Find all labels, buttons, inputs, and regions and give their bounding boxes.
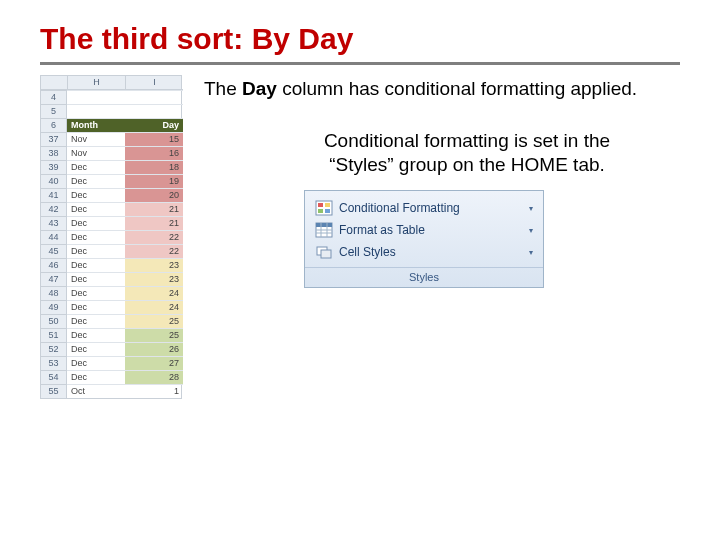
svg-rect-6 xyxy=(316,223,332,227)
cell-month xyxy=(67,104,125,118)
caption-2: Conditional formatting is set in the “St… xyxy=(204,129,680,177)
table-row: 53Dec27 xyxy=(41,356,181,370)
col-corner xyxy=(41,76,67,90)
cell-day xyxy=(125,90,183,104)
cell-day: 23 xyxy=(125,258,183,272)
cell-month: Oct xyxy=(67,384,125,398)
conditional-formatting-button[interactable]: Conditional Formatting ▾ xyxy=(311,197,537,219)
chevron-down-icon: ▾ xyxy=(529,226,533,235)
cell-day: 20 xyxy=(125,188,183,202)
cell-month: Dec xyxy=(67,216,125,230)
cell-month: Dec xyxy=(67,230,125,244)
table-row: 41Dec20 xyxy=(41,188,181,202)
chevron-down-icon: ▾ xyxy=(529,248,533,257)
cell-day: 26 xyxy=(125,342,183,356)
row-number: 48 xyxy=(41,286,67,300)
ribbon-item-label: Cell Styles xyxy=(339,245,523,259)
table-row: 51Dec25 xyxy=(41,328,181,342)
cell-day: 22 xyxy=(125,244,183,258)
chevron-down-icon: ▾ xyxy=(529,204,533,213)
cell-day: 1 xyxy=(125,384,183,398)
table-row: 46Dec23 xyxy=(41,258,181,272)
table-header-row: 6MonthDay xyxy=(41,118,181,132)
cell-month: Dec xyxy=(67,272,125,286)
row-number: 38 xyxy=(41,146,67,160)
cell-day: 27 xyxy=(125,356,183,370)
table-row: 52Dec26 xyxy=(41,342,181,356)
cell-styles-button[interactable]: Cell Styles ▾ xyxy=(311,241,537,263)
cell-day: 22 xyxy=(125,230,183,244)
title-rule xyxy=(40,62,680,65)
svg-rect-4 xyxy=(325,209,330,213)
row-number: 39 xyxy=(41,160,67,174)
cell-month: Dec xyxy=(67,370,125,384)
cell-day: 21 xyxy=(125,202,183,216)
table-row: 37Nov15 xyxy=(41,132,181,146)
table-row: 50Dec25 xyxy=(41,314,181,328)
row-number: 6 xyxy=(41,118,67,132)
row-number: 50 xyxy=(41,314,67,328)
column-headers: H I xyxy=(41,76,181,90)
cell-month: Dec xyxy=(67,188,125,202)
cell-month: Dec xyxy=(67,342,125,356)
row-number: 49 xyxy=(41,300,67,314)
row-number: 44 xyxy=(41,230,67,244)
row-number: 4 xyxy=(41,90,67,104)
table-row: 40Dec19 xyxy=(41,174,181,188)
table-row: 38Nov16 xyxy=(41,146,181,160)
table-row: 55Oct1 xyxy=(41,384,181,398)
cell-month: Month xyxy=(67,118,125,132)
cell-day: 24 xyxy=(125,300,183,314)
cell-month: Dec xyxy=(67,258,125,272)
row-number: 54 xyxy=(41,370,67,384)
caption-1: The Day column has conditional formattin… xyxy=(204,77,680,101)
table-row: 4 xyxy=(41,90,181,104)
row-number: 45 xyxy=(41,244,67,258)
svg-rect-1 xyxy=(318,203,323,207)
table-row: 54Dec28 xyxy=(41,370,181,384)
table-row: 43Dec21 xyxy=(41,216,181,230)
row-number: 53 xyxy=(41,356,67,370)
cell-day: 28 xyxy=(125,370,183,384)
cell-day: 25 xyxy=(125,314,183,328)
row-number: 55 xyxy=(41,384,67,398)
cell-day: 18 xyxy=(125,160,183,174)
cell-day: Day xyxy=(125,118,183,132)
cell-month: Dec xyxy=(67,328,125,342)
row-number: 41 xyxy=(41,188,67,202)
cell-day: 19 xyxy=(125,174,183,188)
conditional-formatting-icon xyxy=(315,200,333,216)
format-as-table-button[interactable]: Format as Table ▾ xyxy=(311,219,537,241)
cell-month: Dec xyxy=(67,244,125,258)
cell-month: Dec xyxy=(67,202,125,216)
cell-day: 25 xyxy=(125,328,183,342)
table-row: 47Dec23 xyxy=(41,272,181,286)
row-number: 43 xyxy=(41,216,67,230)
cell-month: Dec xyxy=(67,314,125,328)
slide-title: The third sort: By Day xyxy=(40,22,680,56)
row-number: 40 xyxy=(41,174,67,188)
cell-month: Dec xyxy=(67,356,125,370)
cell-day xyxy=(125,104,183,118)
row-number: 5 xyxy=(41,104,67,118)
cell-day: 15 xyxy=(125,132,183,146)
cell-month xyxy=(67,90,125,104)
table-icon xyxy=(315,222,333,238)
ribbon-group-label: Styles xyxy=(305,267,543,287)
cell-day: 16 xyxy=(125,146,183,160)
cell-day: 24 xyxy=(125,286,183,300)
cell-month: Dec xyxy=(67,286,125,300)
cell-day: 21 xyxy=(125,216,183,230)
col-h: H xyxy=(67,76,125,90)
table-row: 49Dec24 xyxy=(41,300,181,314)
col-i: I xyxy=(125,76,183,90)
table-row: 42Dec21 xyxy=(41,202,181,216)
row-number: 46 xyxy=(41,258,67,272)
ribbon-item-label: Conditional Formatting xyxy=(339,201,523,215)
cell-month: Nov xyxy=(67,146,125,160)
table-row: 39Dec18 xyxy=(41,160,181,174)
row-number: 42 xyxy=(41,202,67,216)
cell-styles-icon xyxy=(315,244,333,260)
cell-month: Dec xyxy=(67,160,125,174)
row-number: 51 xyxy=(41,328,67,342)
